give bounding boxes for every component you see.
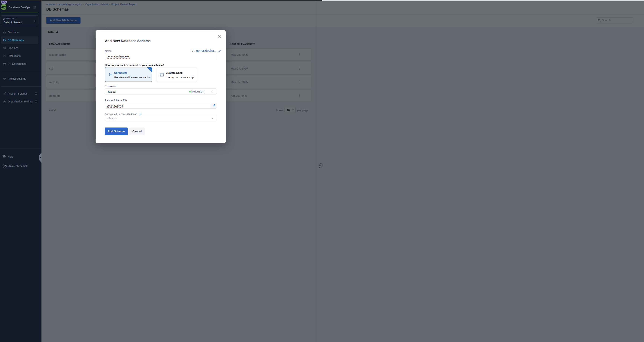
svg-text:?: ? (4, 155, 4, 157)
